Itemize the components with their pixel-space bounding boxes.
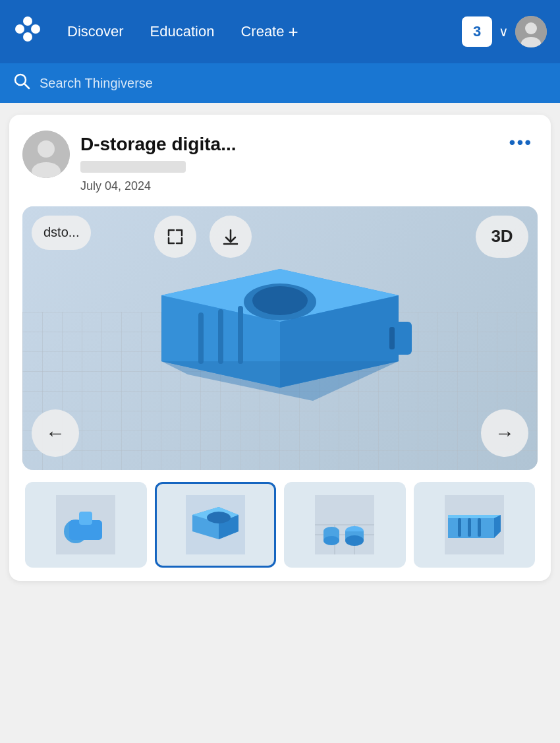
svg-point-5: [525, 22, 537, 34]
author-row: D-storage digita... July 04, 2024 •••: [22, 131, 538, 193]
svg-point-36: [345, 535, 364, 546]
svg-point-13: [252, 286, 308, 315]
search-icon: [13, 73, 30, 94]
view3d-button[interactable]: 3D: [476, 216, 528, 258]
thumb1-svg: [56, 495, 115, 554]
svg-point-33: [323, 536, 339, 545]
author-info: D-storage digita... July 04, 2024: [80, 131, 538, 193]
thumbnail-2[interactable]: [155, 482, 277, 568]
navbar: Discover Education Create + 3 ∨: [0, 0, 560, 63]
view3d-label: 3D: [491, 226, 513, 247]
nav-discover[interactable]: Discover: [54, 23, 137, 40]
user-avatar[interactable]: [515, 16, 547, 47]
svg-rect-38: [458, 518, 461, 537]
nav-badge[interactable]: 3: [462, 16, 492, 47]
search-bar: [0, 63, 560, 103]
thumbnail-strip: [22, 482, 538, 568]
svg-line-8: [24, 84, 29, 88]
nav-plus-icon: +: [288, 22, 298, 42]
main-card: D-storage digita... July 04, 2024 •••: [9, 115, 551, 581]
thing-title: D-storage digita...: [80, 133, 538, 156]
next-icon: →: [495, 422, 515, 444]
svg-rect-23: [79, 512, 92, 525]
author-name-blurred: [80, 161, 186, 173]
svg-rect-17: [392, 322, 412, 355]
model-preview: [22, 206, 538, 470]
search-input[interactable]: [40, 76, 547, 91]
prev-icon: ←: [45, 422, 65, 444]
svg-rect-39: [468, 518, 471, 537]
more-options-button[interactable]: •••: [504, 131, 538, 154]
prev-button[interactable]: ←: [32, 409, 79, 457]
logo-icon[interactable]: [13, 15, 42, 49]
thumbnail-1[interactable]: [25, 482, 147, 568]
svg-point-2: [31, 24, 40, 34]
svg-point-1: [23, 16, 32, 26]
svg-point-3: [23, 32, 32, 42]
nav-education[interactable]: Education: [137, 23, 228, 40]
thumbnail-3[interactable]: [284, 482, 406, 568]
svg-point-25: [207, 512, 231, 523]
svg-rect-18: [389, 327, 395, 349]
image-viewer: dsto... 3D ← →: [22, 206, 538, 470]
svg-point-0: [15, 24, 24, 34]
nav-create-label: Create: [240, 23, 284, 40]
nav-create[interactable]: Create +: [227, 22, 311, 42]
nav-chevron-icon[interactable]: ∨: [499, 24, 509, 40]
thumbnail-4[interactable]: [414, 482, 536, 568]
svg-rect-40: [478, 518, 481, 537]
svg-point-10: [38, 140, 55, 158]
viewer-title-label: dsto...: [43, 225, 79, 240]
thumb2-svg: [186, 495, 245, 554]
thumb4-svg: [445, 495, 504, 554]
thumb3-svg: [315, 495, 374, 554]
next-button[interactable]: →: [481, 409, 528, 457]
model-svg: [109, 229, 451, 447]
thing-date: July 04, 2024: [80, 179, 538, 193]
viewer-title-btn[interactable]: dsto...: [32, 216, 91, 250]
author-avatar: [22, 131, 70, 178]
